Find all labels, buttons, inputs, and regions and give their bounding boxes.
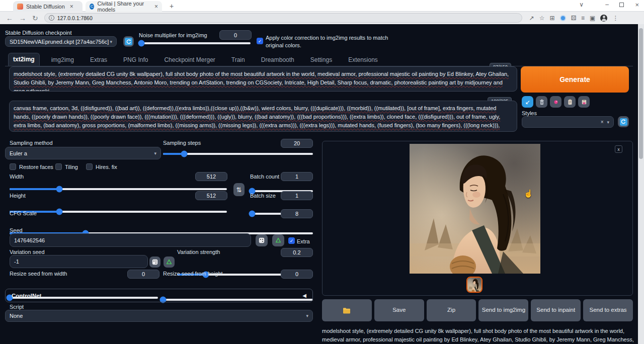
width-slider[interactable] bbox=[10, 188, 227, 190]
tab-txt2img[interactable]: txt2img bbox=[8, 53, 40, 66]
script-value: None bbox=[10, 313, 23, 319]
reading-list-icon[interactable]: ≡ bbox=[581, 15, 585, 22]
checkpoint-dropdown[interactable]: SD15NewVAEpruned.ckpt [27a4ac756c] ▾ bbox=[5, 36, 117, 47]
send-to-inpaint-button[interactable]: Send to inpaint bbox=[531, 299, 581, 321]
extra-seed-checkbox[interactable]: ✓ bbox=[288, 237, 295, 244]
hires-fix-checkbox[interactable] bbox=[86, 163, 93, 170]
generated-image[interactable] bbox=[410, 144, 540, 274]
random-seed-button[interactable] bbox=[256, 234, 268, 246]
window-minimize-button[interactable]: – bbox=[605, 1, 609, 8]
scrollbar-thumb[interactable] bbox=[639, 28, 643, 159]
seed-input[interactable]: 1476462546 bbox=[10, 233, 251, 247]
slider-knob[interactable] bbox=[138, 40, 145, 47]
prompt-input[interactable]: modelshoot style, (extremely detailed CG… bbox=[9, 66, 517, 92]
profile-avatar[interactable] bbox=[600, 15, 607, 22]
styles-refresh-button[interactable] bbox=[618, 116, 629, 127]
tab-settings[interactable]: Settings bbox=[306, 54, 337, 66]
page-scrollbar[interactable] bbox=[638, 24, 644, 344]
window-maximize-button[interactable] bbox=[619, 3, 624, 7]
noise-multiplier-input[interactable]: 0 bbox=[219, 30, 252, 40]
slider-knob[interactable] bbox=[181, 151, 187, 157]
sampling-steps-value[interactable]: 20 bbox=[281, 139, 313, 148]
styles-clear-icon[interactable]: × bbox=[601, 119, 604, 125]
dice-icon bbox=[259, 237, 265, 243]
checkpoint-refresh-button[interactable] bbox=[123, 36, 134, 47]
reload-button[interactable]: ↻ bbox=[32, 14, 38, 22]
sampling-steps-slider[interactable] bbox=[163, 153, 313, 155]
tiling-checkbox[interactable] bbox=[55, 163, 62, 170]
controlnet-label: ControlNet bbox=[12, 293, 41, 299]
thumbnail[interactable] bbox=[466, 277, 482, 293]
hires-fix-label: Hires. fix bbox=[96, 164, 117, 170]
paste-params-button[interactable]: ↙ bbox=[522, 96, 533, 108]
tab-checkpoint-merger[interactable]: Checkpoint Merger bbox=[159, 54, 219, 66]
resize-seed-height-value[interactable]: 0 bbox=[281, 270, 313, 279]
new-tab-button[interactable]: + bbox=[167, 2, 176, 11]
browser-tab-civitai[interactable]: C Civitai | Share your models × bbox=[86, 1, 162, 12]
restore-faces-checkbox[interactable] bbox=[10, 163, 16, 170]
sampling-method-value: Euler a bbox=[10, 150, 27, 156]
tab-extensions[interactable]: Extensions bbox=[344, 54, 382, 66]
variation-random-seed-button[interactable] bbox=[149, 256, 160, 268]
variation-seed-input[interactable]: -1 bbox=[10, 255, 148, 268]
site-info-icon[interactable]: i bbox=[49, 15, 54, 21]
browser-tab-stable-diffusion[interactable]: Stable Diffusion × bbox=[13, 1, 83, 12]
clear-prompt-button[interactable] bbox=[536, 96, 547, 108]
sampling-method-dropdown[interactable]: Euler a ▾ bbox=[5, 147, 161, 159]
generate-button[interactable]: Generate bbox=[521, 66, 629, 93]
cfg-scale-value[interactable]: 8 bbox=[281, 209, 313, 218]
checkpoint-label: Stable Diffusion checkpoint bbox=[5, 30, 72, 36]
share-icon[interactable]: ↗ bbox=[529, 15, 534, 22]
back-button[interactable]: ← bbox=[6, 14, 13, 22]
zip-button[interactable]: Zip bbox=[427, 299, 476, 321]
slider-knob[interactable] bbox=[56, 186, 63, 193]
gallery-close-button[interactable]: x bbox=[615, 145, 622, 153]
resize-seed-width-label: Resize seed from width bbox=[10, 271, 67, 277]
resize-seed-width-value[interactable]: 0 bbox=[127, 270, 159, 279]
styles-dropdown[interactable]: × ▾ bbox=[522, 116, 614, 128]
send-to-extras-button[interactable]: Send to extras bbox=[583, 299, 633, 321]
extensions-puzzle-icon[interactable]: ⚄ bbox=[571, 15, 576, 22]
tab-img2img[interactable]: img2img bbox=[47, 54, 78, 66]
apply-style-button[interactable] bbox=[564, 96, 576, 108]
window-chevron-icon[interactable]: ∨ bbox=[579, 1, 584, 8]
swap-dimensions-button[interactable]: ⇅ bbox=[233, 183, 245, 196]
batch-size-value[interactable]: 1 bbox=[281, 191, 313, 200]
width-value[interactable]: 512 bbox=[195, 172, 227, 181]
tab-train[interactable]: Train bbox=[227, 54, 250, 66]
save-button[interactable]: Save bbox=[374, 299, 424, 321]
noise-multiplier-slider[interactable] bbox=[141, 42, 251, 44]
apps-icon[interactable]: ⊞ bbox=[550, 15, 555, 22]
side-panel-icon[interactable]: ▣ bbox=[590, 15, 595, 22]
batch-count-value[interactable]: 1 bbox=[281, 172, 313, 181]
gallery-panel: x ☝ bbox=[322, 141, 633, 296]
script-dropdown[interactable]: None ▾ bbox=[5, 310, 313, 322]
color-correction-checkbox[interactable]: ✓ bbox=[257, 38, 263, 44]
variation-seed-value: -1 bbox=[14, 259, 19, 265]
tab-dreambooth[interactable]: Dreambooth bbox=[257, 54, 299, 66]
browser-menu-icon[interactable]: ⋮ bbox=[612, 15, 618, 22]
tab-extras[interactable]: Extras bbox=[86, 54, 112, 66]
window-close-button[interactable]: × bbox=[635, 1, 639, 9]
height-value[interactable]: 512 bbox=[195, 191, 227, 200]
reuse-seed-button[interactable] bbox=[272, 234, 284, 246]
tab-close-icon[interactable]: × bbox=[70, 3, 73, 10]
save-style-button[interactable] bbox=[578, 96, 590, 108]
height-slider[interactable] bbox=[10, 211, 227, 213]
controlnet-accordion[interactable]: ControlNet ◀ bbox=[5, 289, 313, 302]
tab-png-info[interactable]: PNG Info bbox=[119, 54, 152, 66]
batch-count-label: Batch count bbox=[250, 174, 279, 180]
variation-strength-value[interactable]: 0.2 bbox=[281, 248, 313, 257]
forward-button[interactable]: → bbox=[19, 14, 26, 22]
extension-dot-icon[interactable] bbox=[560, 15, 566, 21]
open-folder-button[interactable] bbox=[322, 299, 372, 321]
slider-knob[interactable] bbox=[249, 211, 255, 217]
negative-prompt-input[interactable]: canvas frame, cartoon, 3d, ((disfigured)… bbox=[9, 101, 517, 132]
bookmark-star-icon[interactable]: ☆ bbox=[539, 15, 545, 22]
variation-reuse-seed-button[interactable] bbox=[164, 256, 175, 268]
tab-close-icon[interactable]: × bbox=[154, 3, 158, 10]
send-to-img2img-button[interactable]: Send to img2img bbox=[478, 299, 528, 321]
slider-knob[interactable] bbox=[56, 209, 63, 215]
extra-networks-button[interactable] bbox=[550, 96, 561, 108]
url-bar[interactable]: i 127.0.0.1:7860 bbox=[44, 13, 522, 23]
